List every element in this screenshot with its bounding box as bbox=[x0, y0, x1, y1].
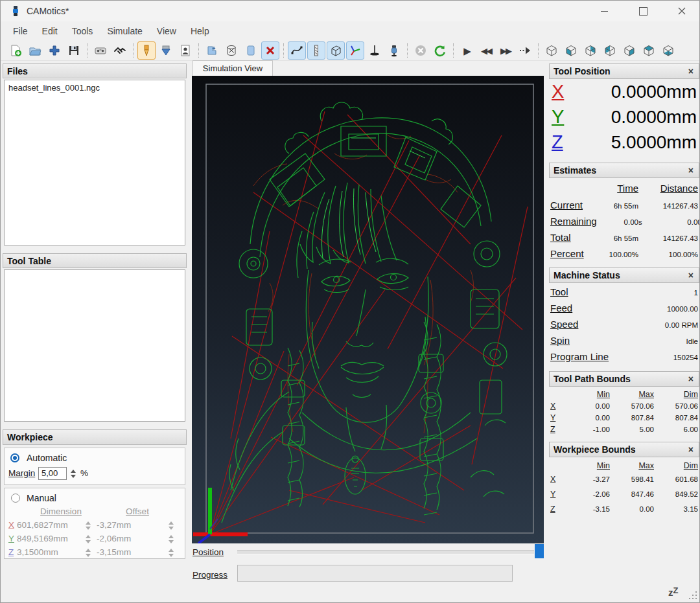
menu-simulate[interactable]: Simulate bbox=[100, 23, 149, 40]
menu-bar: File Edit Tools Simulate View Help bbox=[1, 21, 700, 41]
menu-view[interactable]: View bbox=[150, 23, 183, 40]
manual-x-offset-stepper[interactable] bbox=[167, 519, 175, 531]
estimates-distance: 100.00% bbox=[638, 251, 698, 258]
axis-x-label: X bbox=[552, 81, 575, 102]
play-icon: ▶ bbox=[463, 46, 470, 56]
position-label: Position bbox=[192, 547, 224, 557]
estimates-time: 6h 55m bbox=[593, 234, 638, 242]
show-axes-button[interactable] bbox=[346, 41, 364, 60]
estimates-col-time: Time bbox=[593, 183, 638, 194]
open-project-button[interactable] bbox=[26, 41, 44, 60]
manual-z-dimension-stepper[interactable] bbox=[84, 547, 92, 558]
show-bounds-button[interactable] bbox=[327, 41, 345, 60]
status-value: 1 bbox=[694, 289, 698, 297]
menu-tools[interactable]: Tools bbox=[65, 23, 100, 40]
skip-to-end-button[interactable] bbox=[516, 41, 534, 60]
plumb-button[interactable] bbox=[366, 41, 384, 60]
machine-status-title: Machine Status bbox=[554, 270, 620, 280]
close-button[interactable] bbox=[667, 1, 697, 21]
automatic-radio[interactable] bbox=[10, 453, 19, 462]
export-button[interactable] bbox=[91, 41, 110, 60]
probe-button[interactable] bbox=[385, 41, 403, 60]
position-slider-track[interactable] bbox=[237, 550, 534, 554]
menu-file[interactable]: File bbox=[6, 23, 35, 40]
about-button[interactable] bbox=[176, 41, 194, 60]
manual-x-offset: -3,27mm bbox=[97, 520, 131, 530]
margin-stepper[interactable] bbox=[69, 468, 77, 479]
position-slider-handle[interactable] bbox=[535, 544, 544, 558]
stop-button[interactable] bbox=[412, 41, 430, 60]
cutter-button[interactable] bbox=[157, 41, 175, 60]
sleep-z-large: Z bbox=[673, 586, 679, 595]
manual-z-offset-stepper[interactable] bbox=[167, 547, 175, 558]
donate-button[interactable] bbox=[111, 41, 129, 60]
view-isometric-button[interactable] bbox=[542, 41, 561, 60]
bounds-dim: 3.15 bbox=[654, 505, 698, 513]
show-tool-button[interactable] bbox=[307, 41, 325, 60]
step-forward-button[interactable]: ▶▶ bbox=[496, 41, 515, 60]
automatic-label: Automatic bbox=[27, 453, 67, 463]
view-left-button[interactable] bbox=[601, 41, 619, 60]
hide-surface-button[interactable] bbox=[261, 41, 279, 60]
close-icon[interactable]: × bbox=[687, 271, 695, 280]
toolbar-separator bbox=[87, 43, 88, 58]
solid-workpiece-button[interactable] bbox=[242, 41, 260, 60]
open-project-icon bbox=[29, 44, 41, 57]
manual-radio[interactable] bbox=[11, 494, 20, 503]
resize-grip[interactable] bbox=[689, 591, 698, 600]
margin-input[interactable]: 5,00 bbox=[38, 467, 67, 480]
estimates-distance: 141267.43 bbox=[638, 202, 698, 210]
add-file-button[interactable] bbox=[45, 41, 64, 60]
reload-icon bbox=[434, 44, 447, 57]
estimates-row-label: Current bbox=[550, 199, 593, 210]
reload-button[interactable] bbox=[431, 41, 449, 60]
view-top-button[interactable] bbox=[640, 41, 658, 60]
estimates-distance: 0.00 bbox=[642, 218, 700, 226]
wire-workpiece-button[interactable] bbox=[222, 41, 240, 60]
close-icon[interactable]: × bbox=[687, 67, 695, 76]
maximize-button[interactable] bbox=[628, 1, 658, 21]
show-path-button[interactable] bbox=[288, 41, 306, 60]
menu-edit[interactable]: Edit bbox=[35, 23, 65, 40]
play-button[interactable]: ▶ bbox=[458, 41, 476, 60]
menu-help[interactable]: Help bbox=[183, 23, 216, 40]
view-front-button[interactable] bbox=[562, 41, 580, 60]
manual-y-offset-stepper[interactable] bbox=[167, 533, 175, 545]
bounds-dim: 849.52 bbox=[654, 490, 698, 498]
files-list[interactable]: headset_lines_0001.ngc bbox=[4, 80, 185, 245]
estimates-body: Time Distance Current 6h 55m 141267.43 R… bbox=[550, 183, 698, 264]
toolbar-separator bbox=[283, 43, 284, 58]
close-icon[interactable]: × bbox=[687, 166, 695, 175]
donate-icon bbox=[113, 44, 126, 57]
app-icon bbox=[10, 5, 21, 17]
step-back-button[interactable]: ◀◀ bbox=[477, 41, 495, 60]
manual-x-dimension: 601,6827mm bbox=[17, 520, 68, 530]
bounds-min: 0.00 bbox=[566, 402, 610, 410]
view-back-button[interactable] bbox=[581, 41, 600, 60]
simulation-viewport[interactable] bbox=[192, 76, 544, 543]
wire-workpiece-icon bbox=[225, 44, 238, 57]
progress-bar bbox=[237, 565, 513, 582]
status-value: Idle bbox=[686, 337, 698, 345]
view-left-icon bbox=[603, 43, 617, 58]
cut-workpiece-button[interactable] bbox=[203, 41, 221, 60]
tool-position-title: Tool Position bbox=[554, 66, 611, 76]
minimize-button[interactable] bbox=[589, 1, 619, 21]
file-item[interactable]: headset_lines_0001.ngc bbox=[5, 80, 185, 95]
close-icon[interactable]: × bbox=[687, 445, 695, 454]
manual-y-dimension-stepper[interactable] bbox=[84, 533, 92, 545]
view-bottom-button[interactable] bbox=[659, 41, 677, 60]
manual-label: Manual bbox=[27, 493, 56, 503]
tool-table-list[interactable] bbox=[4, 269, 185, 422]
hide-surface-icon bbox=[264, 44, 277, 57]
manual-x-dimension-stepper[interactable] bbox=[84, 519, 92, 531]
close-icon[interactable]: × bbox=[687, 374, 695, 383]
tool-view-button[interactable] bbox=[137, 41, 156, 60]
manual-y-dimension: 849,5169mm bbox=[17, 534, 68, 543]
save-project-button[interactable] bbox=[65, 41, 83, 60]
machine-status-body: Tool1 Feed10000.00 Speed0.00 RPM SpinIdl… bbox=[550, 286, 698, 367]
manual-z-offset: -3,15mm bbox=[97, 547, 131, 557]
new-project-button[interactable] bbox=[6, 41, 25, 60]
view-right-button[interactable] bbox=[620, 41, 638, 60]
tab-simulation-view[interactable]: Simulation View bbox=[192, 60, 273, 76]
